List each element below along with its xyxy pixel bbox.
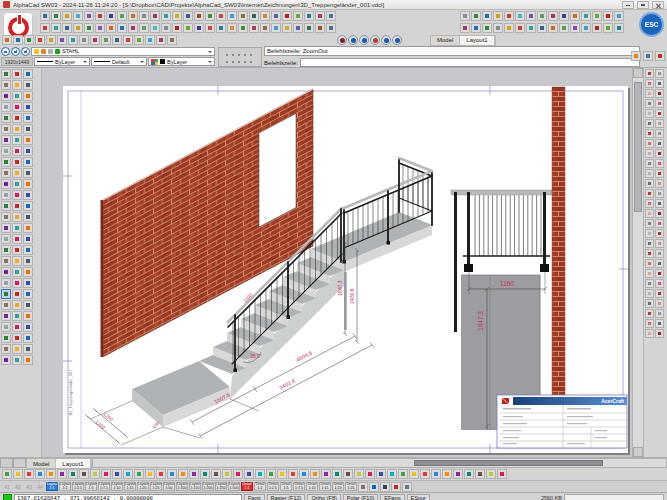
toolbar-icon[interactable] — [343, 469, 353, 479]
toolbar-icon[interactable] — [90, 35, 100, 45]
toolbar-icon[interactable] — [282, 23, 292, 33]
toolbar-icon[interactable] — [655, 199, 664, 208]
toolbar-icon[interactable] — [655, 289, 664, 298]
toolbar-icon[interactable] — [183, 23, 193, 33]
toolbar-icon[interactable] — [227, 11, 237, 21]
toolbar-icon[interactable] — [156, 469, 166, 479]
toolbar-icon[interactable] — [645, 299, 654, 308]
toolbar-icon[interactable] — [1, 179, 11, 189]
toolbar-icon[interactable] — [409, 469, 419, 479]
toolbar-icon[interactable] — [326, 23, 336, 33]
toolbar-icon[interactable] — [581, 23, 591, 33]
toolbar-icon[interactable] — [23, 91, 33, 101]
toolbar-icon[interactable] — [12, 234, 22, 244]
toolbar-icon[interactable] — [1, 113, 11, 123]
toolbar-icon[interactable] — [128, 23, 138, 33]
toolbar-icon[interactable] — [645, 199, 654, 208]
toolbar-icon[interactable] — [645, 189, 654, 198]
toolbar-icon[interactable] — [431, 469, 441, 479]
toolbar-icon[interactable] — [304, 23, 314, 33]
toolbar-icon[interactable] — [79, 35, 89, 45]
toolbar-icon[interactable] — [23, 190, 33, 200]
toolbar-icon[interactable] — [23, 333, 33, 343]
toolbar-icon[interactable] — [548, 23, 558, 33]
tab-nav-right[interactable] — [13, 458, 26, 468]
toolbar-icon[interactable] — [1, 190, 11, 200]
horizontal-scroll-thumb[interactable] — [414, 460, 603, 466]
toolbar-icon[interactable] — [348, 35, 358, 45]
toolbar-icon[interactable] — [471, 23, 481, 33]
toolbar-icon[interactable] — [40, 11, 50, 21]
toolbar-icon[interactable] — [1, 212, 11, 222]
toolbar-icon[interactable] — [183, 11, 193, 21]
toolbar-icon[interactable] — [603, 23, 613, 33]
toolbar-icon[interactable] — [1, 69, 11, 79]
toolbar-icon[interactable] — [1, 333, 11, 343]
toolbar-icon[interactable] — [526, 23, 536, 33]
toolbar-row1-left[interactable] — [40, 11, 336, 21]
toolbar-icon[interactable] — [315, 23, 325, 33]
toolbar-icon[interactable] — [12, 256, 22, 266]
toolbar-icon[interactable] — [1, 256, 11, 266]
toolbar-icon[interactable] — [12, 91, 22, 101]
toolbar-icon[interactable] — [68, 469, 78, 479]
toolbar-icon[interactable] — [95, 23, 105, 33]
toolbar-icon[interactable] — [23, 355, 33, 365]
toolbar-icon[interactable] — [1, 168, 11, 178]
toolbar-icon[interactable] — [493, 11, 503, 21]
toolbar-icon[interactable] — [12, 278, 22, 288]
toolbar-icon[interactable] — [101, 469, 111, 479]
scale-button[interactable]: Detail1:5 — [280, 482, 292, 491]
toolbar-icon[interactable] — [321, 469, 331, 479]
toolbar-icon[interactable] — [205, 11, 215, 21]
layer-lock-icon[interactable] — [48, 49, 53, 54]
toolbar-row2-right[interactable] — [460, 23, 624, 33]
left-tool-sidebar[interactable] — [0, 68, 42, 457]
toolbar-icon[interactable] — [504, 23, 514, 33]
toolbar-icon[interactable] — [255, 469, 265, 479]
toolbar-icon[interactable] — [475, 469, 485, 479]
layer-select[interactable]: STAHL — [31, 47, 215, 56]
toolbar-icon[interactable] — [46, 35, 56, 45]
dock-handle-panel[interactable] — [218, 47, 262, 67]
close-button[interactable] — [652, 1, 664, 9]
scale-button[interactable]: Detail1:1 — [241, 482, 253, 491]
toolbar-icon[interactable] — [655, 319, 664, 328]
toolbar-icon[interactable] — [46, 469, 56, 479]
toolbar-icon[interactable] — [161, 23, 171, 33]
toolbar-icon[interactable] — [392, 35, 402, 45]
toolbar-icon[interactable] — [570, 23, 580, 33]
toolbar-icon[interactable] — [387, 469, 397, 479]
scale-button[interactable]: Layout1:20 — [137, 482, 149, 491]
toolbar-icon[interactable] — [645, 179, 654, 188]
toolbar-icon[interactable] — [655, 149, 664, 158]
toolbar-icon[interactable] — [655, 329, 664, 338]
scale-button[interactable]: Layout1:5 — [85, 482, 97, 491]
toolbar-icon[interactable] — [23, 102, 33, 112]
toolbar-icon[interactable] — [161, 11, 171, 21]
toolbar-icon[interactable] — [68, 35, 78, 45]
toolbar-icon[interactable] — [24, 469, 34, 479]
toolbar-icon[interactable] — [332, 469, 342, 479]
toolbar-icon[interactable] — [504, 11, 514, 21]
toolbar-icon[interactable] — [23, 300, 33, 310]
toolbar-icon[interactable] — [90, 469, 100, 479]
toolbar-icon[interactable] — [23, 311, 33, 321]
toolbar-icon[interactable] — [23, 146, 33, 156]
toolbar-icon[interactable] — [12, 223, 22, 233]
scale-button[interactable]: Detail1:10 — [306, 482, 318, 491]
toolbar-icon[interactable] — [2, 469, 12, 479]
toolbar-icon[interactable] — [23, 278, 33, 288]
toolbar-icon[interactable] — [655, 269, 664, 278]
toolbar-icon[interactable] — [51, 23, 61, 33]
toolbar-icon[interactable] — [23, 157, 33, 167]
toolbar-icon[interactable] — [12, 69, 22, 79]
toolbar-icon[interactable] — [23, 201, 33, 211]
toolbar-icon[interactable] — [645, 79, 654, 88]
toolbar-icon[interactable] — [12, 289, 22, 299]
toolbar-icon[interactable] — [1, 124, 11, 134]
toolbar-icon[interactable] — [227, 23, 237, 33]
toolbar-icon[interactable] — [655, 179, 664, 188]
toolbar-icon[interactable] — [559, 11, 569, 21]
toolbar-icon[interactable] — [398, 469, 408, 479]
